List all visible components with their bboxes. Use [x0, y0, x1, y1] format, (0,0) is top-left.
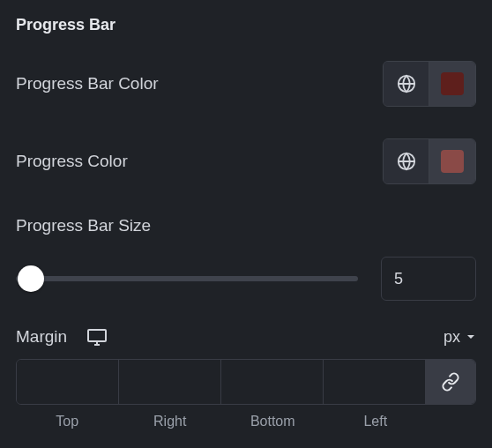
progress-bar-color-swatch-button[interactable]	[429, 62, 475, 106]
slider-track	[16, 276, 358, 281]
progress-bar-color-row: Progress Bar Color	[16, 61, 476, 107]
progress-bar-color-label: Progress Bar Color	[16, 74, 159, 93]
margin-left-sublabel: Left	[324, 414, 428, 429]
margin-top-input[interactable]	[17, 360, 118, 404]
globe-icon[interactable]	[384, 62, 429, 106]
margin-header: Margin px	[16, 327, 476, 347]
progress-bar-size-row	[16, 257, 476, 301]
progress-bar-color-control	[383, 61, 476, 107]
chevron-down-icon	[466, 332, 476, 342]
link-icon	[441, 372, 460, 392]
progress-color-control	[383, 138, 476, 184]
progress-bar-size-label: Progress Bar Size	[16, 216, 476, 235]
margin-right-input[interactable]	[119, 360, 220, 404]
progress-color-swatch	[441, 150, 464, 173]
globe-icon-svg	[397, 74, 416, 93]
margin-unit-select[interactable]: px	[444, 328, 476, 347]
responsive-device-button[interactable]	[86, 328, 108, 346]
margin-label: Margin	[16, 327, 67, 347]
progress-color-row: Progress Color	[16, 138, 476, 184]
progress-bar-size-block: Progress Bar Size	[16, 216, 476, 301]
margin-sublabels: Top Right Bottom Left	[16, 414, 476, 429]
desktop-icon	[86, 328, 108, 346]
globe-icon[interactable]	[384, 139, 429, 183]
margin-left-input[interactable]	[324, 360, 425, 404]
globe-icon-svg	[397, 152, 416, 171]
margin-bottom-input[interactable]	[221, 360, 323, 404]
margin-unit-value: px	[444, 328, 460, 347]
margin-inputs	[16, 359, 476, 405]
progress-bar-color-swatch	[441, 72, 464, 95]
progress-bar-size-input[interactable]	[381, 257, 476, 301]
margin-right-sublabel: Right	[119, 414, 222, 429]
slider-thumb[interactable]	[18, 265, 44, 292]
section-title: Progress Bar	[16, 16, 476, 34]
svg-rect-2	[88, 330, 106, 341]
margin-link-button[interactable]	[426, 360, 475, 404]
progress-bar-size-slider[interactable]	[16, 268, 358, 289]
progress-color-swatch-button[interactable]	[429, 139, 475, 183]
progress-color-label: Progress Color	[16, 152, 128, 171]
margin-bottom-sublabel: Bottom	[221, 414, 324, 429]
margin-top-sublabel: Top	[16, 414, 119, 429]
